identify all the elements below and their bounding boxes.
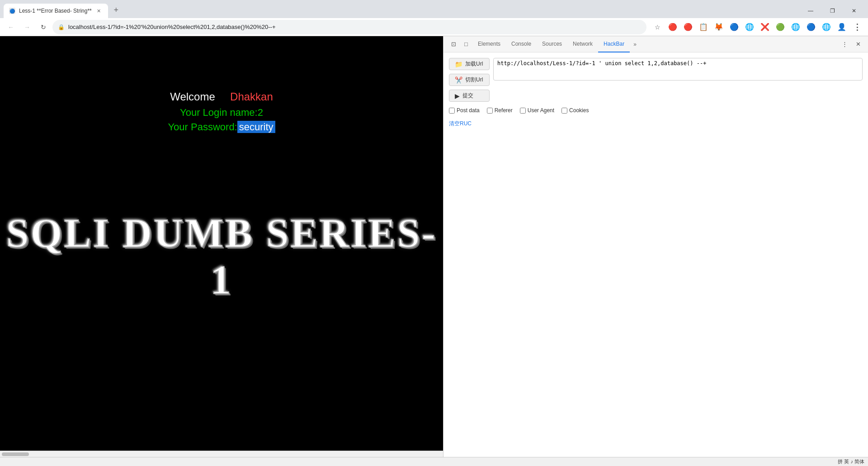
submit-label: 提交 bbox=[462, 92, 473, 100]
ext-icon-11[interactable]: 🌐 bbox=[819, 20, 834, 34]
welcome-line: Welcome Dhakkan bbox=[168, 90, 275, 103]
login-value: 2 bbox=[258, 107, 263, 118]
title-bar: 🔵 Less-1 **Error Based- String** ✕ + — ❐… bbox=[0, 0, 868, 18]
post-data-check[interactable] bbox=[449, 108, 455, 114]
sqli-title-text: SQLI DUMB SERIES-1 bbox=[0, 210, 443, 303]
address-bar[interactable]: 🔒 localhost/Less-1/?id=-1%20'%20union%20… bbox=[52, 20, 646, 34]
hackbar-options: Post data Referer User Agent Cookies bbox=[449, 105, 863, 115]
cookies-checkbox[interactable]: Cookies bbox=[561, 107, 589, 114]
sqli-title: SQLI DUMB SERIES-1 bbox=[0, 210, 443, 303]
tab-network[interactable]: Network bbox=[567, 36, 598, 52]
ext-icon-4[interactable]: 🦊 bbox=[712, 20, 726, 34]
reload-button[interactable]: ↻ bbox=[36, 20, 51, 34]
cookies-label: Cookies bbox=[569, 107, 589, 114]
address-text: localhost/Less-1/?id=-1%20'%20union%20se… bbox=[68, 24, 641, 30]
tab-elements[interactable]: Elements bbox=[472, 36, 506, 52]
ext-icon-9[interactable]: 🌐 bbox=[788, 20, 803, 34]
clear-link-row: 清空RUC bbox=[449, 119, 863, 128]
post-data-label: Post data bbox=[457, 107, 480, 114]
tab-sources[interactable]: Sources bbox=[537, 36, 567, 52]
referer-checkbox[interactable]: Referer bbox=[487, 107, 513, 114]
browser-chrome: 🔵 Less-1 **Error Based- String** ✕ + — ❐… bbox=[0, 0, 868, 36]
referer-check[interactable] bbox=[487, 108, 493, 114]
forward-button[interactable]: → bbox=[20, 20, 34, 34]
devtools-actions: ⋮ ✕ bbox=[838, 38, 864, 51]
tab-hackbar[interactable]: HackBar bbox=[598, 36, 630, 52]
referer-label: Referer bbox=[495, 107, 513, 114]
devtools-device-toggle-btn[interactable]: □ bbox=[460, 38, 472, 51]
cookies-check[interactable] bbox=[561, 108, 567, 114]
profile-button[interactable]: 👤 bbox=[835, 20, 849, 34]
nav-icons: ☆ 🔴 🔴 📋 🦊 🔵 🌐 ❌ 🟢 🌐 🔵 🌐 👤 ⋮ bbox=[650, 20, 864, 34]
devtools-settings-btn[interactable]: ⋮ bbox=[838, 38, 851, 51]
user-agent-checkbox[interactable]: User Agent bbox=[520, 107, 554, 114]
hackbar-main-row: 📁 加载Url ✂️ 切割Url ▶ 提交 http://localhost/L… bbox=[449, 58, 863, 102]
lock-icon: 🔒 bbox=[58, 24, 65, 30]
split-url-icon: ✂️ bbox=[455, 76, 462, 84]
minimize-button[interactable]: — bbox=[800, 4, 821, 18]
submit-button[interactable]: ▶ 提交 bbox=[449, 90, 490, 102]
devtools-tabs: Elements Console Sources Network HackBar… bbox=[472, 36, 838, 52]
ext-icon-6[interactable]: 🌐 bbox=[742, 20, 757, 34]
tab-bar: 🔵 Less-1 **Error Based- String** ✕ + bbox=[4, 4, 800, 18]
user-agent-check[interactable] bbox=[520, 108, 526, 114]
username-text: Dhakkan bbox=[230, 90, 273, 103]
user-agent-label: User Agent bbox=[528, 107, 554, 114]
post-data-checkbox[interactable]: Post data bbox=[449, 107, 480, 114]
browser-content: Welcome Dhakkan Your Login name:2 Your P… bbox=[0, 36, 868, 457]
scrollbar-thumb bbox=[2, 452, 29, 456]
tab-console[interactable]: Console bbox=[506, 36, 537, 52]
ext-icon-5[interactable]: 🔵 bbox=[727, 20, 741, 34]
tab-more[interactable]: » bbox=[630, 36, 640, 52]
password-label: Your Password: bbox=[168, 121, 237, 133]
devtools-panel: ⊡ □ Elements Console Sources Network Hac… bbox=[443, 36, 868, 457]
devtools-toolbar: ⊡ □ Elements Console Sources Network Hac… bbox=[443, 36, 868, 52]
load-url-icon: 📁 bbox=[455, 61, 462, 68]
ext-icon-8[interactable]: 🟢 bbox=[773, 20, 788, 34]
split-url-label: 切割Url bbox=[465, 76, 483, 84]
load-url-label: 加载Url bbox=[465, 60, 483, 68]
more-button[interactable]: ⋮ bbox=[850, 20, 864, 34]
password-value: security bbox=[237, 121, 275, 133]
window-controls: — ❐ ✕ bbox=[800, 4, 864, 18]
devtools-close-btn[interactable]: ✕ bbox=[852, 38, 864, 51]
clear-ruc-link[interactable]: 清空RUC bbox=[449, 120, 472, 127]
welcome-text: Welcome bbox=[170, 90, 215, 103]
welcome-section: Welcome Dhakkan Your Login name:2 Your P… bbox=[168, 90, 275, 133]
hackbar-panel: 📁 加载Url ✂️ 切割Url ▶ 提交 http://localhost/L… bbox=[443, 52, 868, 133]
submit-icon: ▶ bbox=[455, 92, 460, 100]
back-button[interactable]: ← bbox=[4, 20, 18, 34]
active-tab[interactable]: 🔵 Less-1 **Error Based- String** ✕ bbox=[4, 4, 108, 18]
nav-bar: ← → ↻ 🔒 localhost/Less-1/?id=-1%20'%20un… bbox=[0, 18, 868, 36]
devtools-select-element-btn[interactable]: ⊡ bbox=[447, 38, 460, 51]
url-input[interactable]: http://localhost/Less-1/?id=-1 ' union s… bbox=[493, 58, 863, 81]
ext-icon-2[interactable]: 🔴 bbox=[681, 20, 695, 34]
webpage: Welcome Dhakkan Your Login name:2 Your P… bbox=[0, 36, 443, 457]
ext-icon-3[interactable]: 📋 bbox=[696, 20, 711, 34]
tab-favicon: 🔵 bbox=[9, 8, 15, 14]
webpage-scrollbar[interactable] bbox=[0, 451, 443, 457]
password-line: Your Password:security bbox=[168, 121, 275, 133]
new-tab-button[interactable]: + bbox=[110, 4, 123, 16]
maximize-button[interactable]: ❐ bbox=[822, 4, 843, 18]
ext-icon-1[interactable]: 🔴 bbox=[665, 20, 680, 34]
status-bar: 拼 英 ♪ 简体 bbox=[0, 457, 868, 466]
status-text: 拼 英 ♪ 简体 bbox=[838, 458, 864, 465]
tab-title: Less-1 **Error Based- String** bbox=[19, 8, 92, 14]
bookmark-button[interactable]: ☆ bbox=[650, 20, 665, 34]
close-window-button[interactable]: ✕ bbox=[844, 4, 864, 18]
ext-icon-10[interactable]: 🔵 bbox=[804, 20, 818, 34]
load-url-button[interactable]: 📁 加载Url bbox=[449, 58, 490, 70]
ext-icon-7[interactable]: ❌ bbox=[758, 20, 772, 34]
login-line: Your Login name:2 bbox=[168, 107, 275, 119]
split-url-button[interactable]: ✂️ 切割Url bbox=[449, 74, 490, 86]
tab-close-button[interactable]: ✕ bbox=[95, 7, 103, 14]
login-label: Your Login name: bbox=[180, 107, 258, 118]
